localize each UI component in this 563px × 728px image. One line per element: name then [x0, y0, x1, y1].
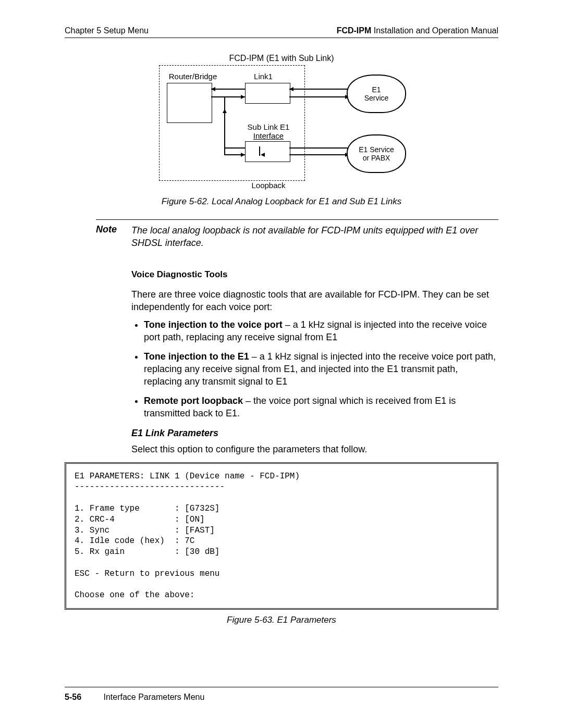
arrow-head-right-icon: [241, 153, 245, 157]
arrow-head-left-icon: [289, 87, 293, 91]
e1-link-intro: Select this option to configure the para…: [131, 443, 498, 455]
loopback-label: Loopback: [242, 181, 295, 190]
page-number: 5-56: [65, 693, 101, 702]
header-right: FCD-IPM Installation and Operation Manua…: [337, 26, 498, 35]
arrow-line: [224, 147, 245, 149]
list-item: Tone injection to the voice port – a 1 k…: [144, 318, 498, 344]
arrow-head-right-icon: [241, 95, 245, 99]
cloud2-line2: or PABX: [363, 154, 390, 162]
cloud2-line1: E1 Service: [359, 145, 394, 154]
cloud1-line1: E1: [372, 85, 381, 94]
header-product: FCD-IPM: [337, 26, 372, 35]
footer-section: Interface Parameters Menu: [103, 693, 204, 701]
code-line: ------------------------------: [75, 482, 225, 491]
code-line: 4. Idle code (hex) : 7C: [75, 536, 194, 546]
bullet3-bold: Remote port loopback: [144, 396, 243, 406]
page-header: Chapter 5 Setup Menu FCD-IPM Installatio…: [65, 26, 498, 38]
code-line: Choose one of the above:: [75, 590, 194, 600]
arrow-line: [289, 89, 349, 90]
arrow-head-left-icon: [211, 87, 215, 91]
sublink-label2: Interface: [240, 132, 297, 141]
list-item: Tone injection to the E1 – a 1 kHz signa…: [144, 350, 498, 388]
cloud-e1-pabx: E1 Service or PABX: [347, 134, 406, 173]
voice-tools-intro: There are three voice diagnostic tools t…: [131, 288, 498, 314]
code-line: 3. Sync : [FAST]: [75, 526, 215, 535]
link1-box: [245, 83, 290, 104]
code-line: 5. Rx gain : [30 dB]: [75, 547, 219, 557]
note-block: Note The local analog loopback is not av…: [96, 219, 498, 250]
arrow-line: [211, 89, 245, 90]
voice-tools-list: Tone injection to the voice port – a 1 k…: [131, 318, 498, 419]
e1-link-heading: E1 Link Parameters: [131, 428, 498, 439]
code-line: 1. Frame type : [G732S]: [75, 504, 219, 513]
page-footer: 5-56 Interface Parameters Menu: [65, 687, 498, 702]
e1-parameters-terminal: E1 PARAMETERS: LINK 1 (Device name - FCD…: [65, 462, 498, 610]
figure-62-caption: Figure 5-62. Local Analog Loopback for E…: [65, 196, 498, 207]
arrow-head-up-icon: [223, 109, 227, 113]
arrow-line: [211, 96, 245, 97]
sublink-label1: Sub Link E1: [240, 123, 297, 132]
figure-63-caption: Figure 5-63. E1 Parameters: [65, 615, 498, 625]
sublink-box: [245, 141, 290, 162]
diagram-title: FCD-IPM (E1 with Sub Link): [138, 54, 425, 63]
bullet2-bold: Tone injection to the E1: [144, 351, 249, 362]
arrow-line: [289, 96, 349, 97]
voice-tools-heading: Voice Diagnostic Tools: [131, 269, 498, 280]
cloud1-line2: Service: [364, 94, 389, 102]
loopback-tick: [259, 146, 260, 156]
router-bridge-box: [167, 83, 212, 123]
list-item: Remote port loopback – the voice port si…: [144, 394, 498, 420]
figure-62-diagram: FCD-IPM (E1 with Sub Link) Router/Bridge…: [65, 54, 498, 189]
code-line: 2. CRC-4 : [ON]: [75, 515, 205, 524]
vertical-line: [224, 96, 225, 155]
header-doc-title: Installation and Operation Manual: [371, 26, 498, 35]
arrow-head-left-icon: [261, 153, 265, 157]
header-left: Chapter 5 Setup Menu: [65, 26, 149, 35]
note-label: Note: [96, 224, 131, 250]
arrow-line: [289, 147, 349, 149]
link1-label: Link1: [248, 72, 279, 81]
arrow-line: [289, 154, 349, 155]
router-bridge-label: Router/Bridge: [164, 72, 222, 81]
bullet1-bold: Tone injection to the voice port: [144, 319, 283, 330]
code-line: E1 PARAMETERS: LINK 1 (Device name - FCD…: [75, 472, 300, 481]
cloud-e1-service: E1 Service: [347, 75, 406, 113]
note-text: The local analog loopback is not availab…: [131, 224, 498, 250]
code-line: ESC - Return to previous menu: [75, 569, 219, 578]
